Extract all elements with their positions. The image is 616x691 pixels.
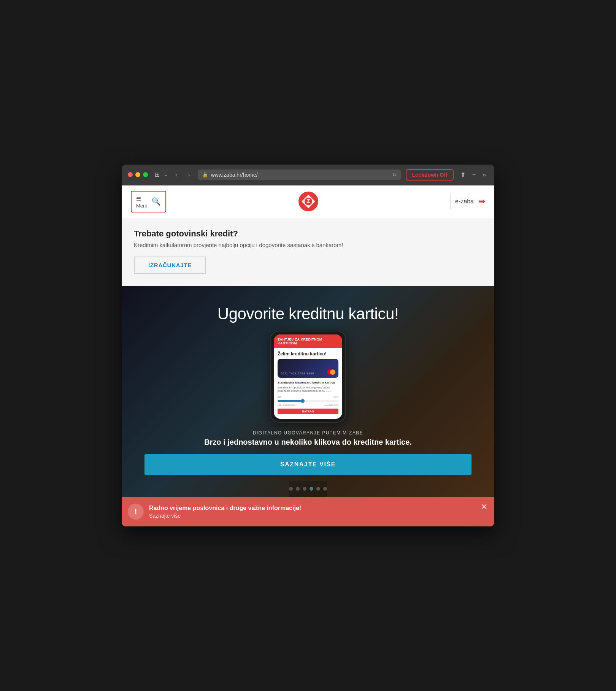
lockdown-button[interactable]: Lockdown Off [406, 169, 453, 181]
notification-text: Radno vrijeme poslovnica i druge važne i… [149, 505, 487, 519]
nav-right-area: e-zaba ➡ [450, 194, 485, 209]
phone-want-card: Želim kreditnu karticu! [278, 351, 338, 357]
lock-icon: 🔒 [202, 172, 208, 178]
search-icon[interactable]: 🔍 [151, 197, 161, 206]
hero-title: Ugovorite kreditnu karticu! [218, 286, 399, 331]
slider-min-label: 250 [278, 396, 281, 398]
promo-subtitle: Kreditnim kalkulatorom provjerite najbol… [134, 242, 482, 248]
promo-title: Trebate gotovinski kredit? [134, 229, 482, 239]
new-tab-icon[interactable]: + [470, 170, 478, 180]
phone-mockup: ZAHTJEV ZA KREDITNOM KARTICOM Želim kred… [270, 331, 346, 423]
slider-range-min: HRK 250,00 EUR [278, 404, 295, 406]
traffic-lights [128, 172, 148, 177]
saznajte-button[interactable]: SAZNAJTE VIŠE [144, 454, 472, 475]
slider-max-label: EUR [333, 396, 338, 398]
phone-card-desc: Zatražite limit potrošnje koji odgovara … [278, 386, 338, 393]
nav-logo-area: Z [166, 192, 450, 211]
hero-bottom-content: DIGITALNO UGOVARANJE PUTEM M-ZABE Brzo i… [122, 423, 494, 481]
notification-title: Radno vrijeme poslovnica i druge važne i… [149, 505, 487, 512]
extensions-icon[interactable]: » [480, 170, 488, 180]
phone-slider-thumb [301, 399, 305, 403]
phone-back-button[interactable]: NATRAG [278, 409, 338, 414]
phone-header-text: ZAHTJEV ZA KREDITNOM KARTICOM [278, 338, 338, 345]
nav-menu-area[interactable]: ≡ Meni 🔍 [131, 191, 166, 212]
phone-slider-fill [278, 400, 302, 402]
chevron-down-icon[interactable]: ⌄ [164, 172, 168, 177]
hero-description: Brzo i jednostavno u nekoliko klikova do… [137, 438, 479, 447]
notification-link[interactable]: Saznajte više [149, 513, 487, 519]
forward-button[interactable]: › [185, 170, 193, 180]
phone-body: ZAHTJEV ZA KREDITNOM KARTICOM Želim kred… [270, 331, 346, 423]
phone-screen: ZAHTJEV ZA KREDITNOM KARTICOM Želim kred… [274, 334, 342, 419]
hamburger-icon[interactable]: ≡ [136, 195, 147, 203]
login-icon[interactable]: ➡ [478, 197, 485, 206]
share-icon[interactable]: ⬆ [458, 170, 468, 180]
meni-label: Meni [136, 203, 147, 209]
website-content: ≡ Meni 🔍 Z e-zaba ➡ Trebate [122, 185, 494, 526]
mastercard-logo [327, 369, 335, 375]
sidebar-toggle-icon[interactable]: ⊞ [152, 170, 162, 180]
site-navigation: ≡ Meni 🔍 Z e-zaba ➡ [122, 185, 494, 218]
notification-icon-wrap: ! [128, 504, 144, 520]
maximize-button[interactable] [143, 172, 148, 177]
promo-banner: Trebate gotovinski kredit? Kreditnim kal… [122, 218, 494, 286]
hero-section: Ugovorite kreditnu karticu! ZAHTJEV ZA K… [122, 286, 494, 497]
phone-slider: 250 EUR HRK 250,00 EUR do 4.000 EUR [278, 396, 338, 406]
slider-range-max: do 4.000 EUR [324, 404, 338, 406]
phone-card-name: Standardna Mastercard kreditna kartica [278, 381, 338, 384]
browser-actions: ⬆ + » [458, 170, 488, 180]
phone-header: ZAHTJEV ZA KREDITNOM KARTICOM [274, 334, 342, 348]
notification-bar: ! Radno vrijeme poslovnica i druge važne… [122, 497, 494, 526]
url-text: www.zaba.hr/home/ [211, 172, 390, 178]
nav-divider [450, 194, 451, 209]
browser-window: ⊞ ⌄ ‹ › 🔒 www.zaba.hr/home/ ↻ Lockdown O… [122, 165, 494, 526]
back-button[interactable]: ‹ [172, 170, 180, 180]
phone-slider-track [278, 400, 338, 402]
exclamation-icon: ! [135, 507, 137, 516]
notification-close-icon[interactable]: ✕ [481, 502, 487, 512]
phone-slider-range: HRK 250,00 EUR do 4.000 EUR [278, 404, 338, 406]
zaba-logo: Z [298, 192, 318, 211]
address-bar[interactable]: 🔒 www.zaba.hr/home/ ↻ [198, 170, 402, 180]
phone-slider-labels: 250 EUR [278, 396, 338, 398]
phone-card-number: 5621 7428 3288 8898 [281, 372, 314, 375]
phone-card: 5621 7428 3288 8898 [278, 359, 338, 378]
reload-icon[interactable]: ↻ [392, 172, 397, 178]
browser-titlebar: ⊞ ⌄ ‹ › 🔒 www.zaba.hr/home/ ↻ Lockdown O… [122, 165, 494, 185]
hero-sublabel: DIGITALNO UGOVARANJE PUTEM M-ZABE [137, 430, 479, 436]
mc-orange-circle [330, 369, 335, 375]
close-button[interactable] [128, 172, 133, 177]
minimize-button[interactable] [135, 172, 140, 177]
browser-controls: ⊞ ⌄ [152, 170, 168, 180]
svg-text:Z: Z [306, 198, 310, 204]
calculate-button[interactable]: IZRAČUNAJTE [134, 257, 206, 274]
ezaba-label: e-zaba [455, 198, 474, 205]
